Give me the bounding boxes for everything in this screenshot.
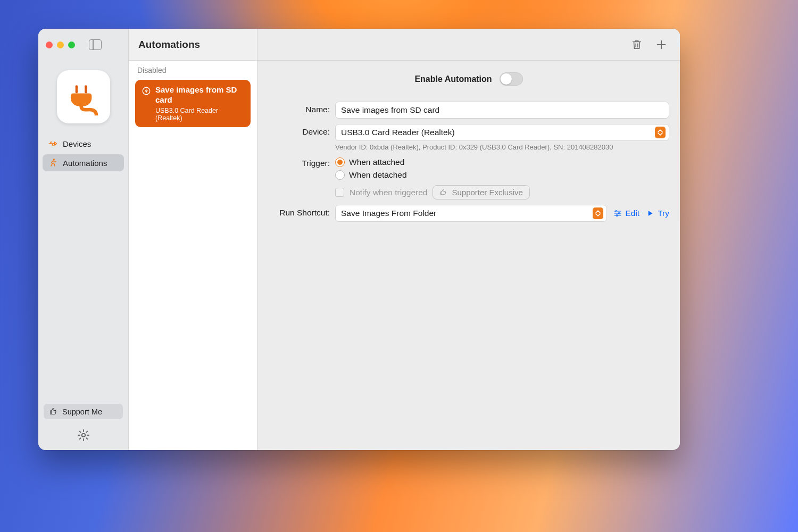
app-icon (57, 70, 110, 123)
svg-point-4 (619, 213, 620, 214)
thumbs-up-icon (439, 188, 447, 196)
enable-automation-row: Enable Automation (268, 72, 669, 86)
trigger-detached-label: When detached (349, 170, 407, 180)
play-icon (646, 209, 654, 218)
try-label: Try (658, 209, 669, 218)
plug-icon (65, 78, 102, 115)
minimize-window-button[interactable] (57, 41, 64, 48)
svg-point-1 (81, 434, 85, 437)
trigger-radio-group: When attached When detached Notify when … (335, 155, 530, 200)
radio-icon (335, 170, 345, 180)
running-icon (48, 158, 57, 168)
shortcut-select[interactable]: Save Images From Folder (335, 205, 607, 222)
detail-toolbar (257, 29, 680, 61)
shortcut-select-value: Save Images From Folder (341, 209, 436, 218)
sidebar-item-devices[interactable]: Devices (43, 135, 124, 152)
supporter-badge-label: Supporter Exclusive (452, 188, 522, 197)
radio-icon (335, 157, 345, 167)
automation-item-title: Save images from SD card (155, 85, 244, 105)
support-me-label: Support Me (62, 408, 102, 416)
trigger-detached-radio[interactable]: When detached (335, 170, 530, 180)
sidebar: Devices Automations Support Me (38, 29, 129, 450)
enable-automation-toggle[interactable] (500, 72, 523, 86)
device-select-value: USB3.0 Card Reader (Realtek) (341, 128, 455, 137)
stepper-icon (655, 127, 666, 138)
name-input[interactable] (335, 102, 669, 119)
detail-pane: Enable Automation Name: Device: USB3.0 C… (257, 29, 680, 450)
thumbs-up-icon (49, 407, 58, 416)
toggle-sidebar-icon[interactable] (89, 39, 102, 50)
usb-icon (48, 139, 57, 148)
device-hint: Vendor ID: 0xbda (Realtek), Product ID: … (335, 143, 669, 151)
automation-item[interactable]: Save images from SD card USB3.0 Card Rea… (135, 80, 251, 127)
supporter-badge[interactable]: Supporter Exclusive (433, 185, 529, 200)
sliders-icon (613, 209, 622, 218)
page-title: Automations (138, 39, 200, 51)
stepper-icon (593, 207, 603, 219)
edit-label: Edit (625, 209, 639, 218)
svg-point-3 (616, 211, 617, 212)
device-label: Device: (268, 124, 330, 137)
device-select[interactable]: USB3.0 Card Reader (Realtek) (335, 124, 669, 141)
edit-shortcut-button[interactable]: Edit (613, 209, 639, 218)
support-me-button[interactable]: Support Me (44, 404, 123, 419)
trigger-attached-label: When attached (349, 157, 404, 167)
automation-list-pane: Automations Disabled Save images from SD… (129, 29, 257, 450)
notify-checkbox[interactable] (335, 188, 344, 197)
name-label: Name: (268, 102, 330, 114)
trigger-attached-radio[interactable]: When attached (335, 157, 530, 167)
bolt-circle-icon (142, 86, 151, 96)
trash-icon[interactable] (631, 39, 643, 51)
svg-point-0 (53, 159, 55, 160)
list-toolbar: Automations (129, 29, 257, 61)
shortcut-label: Run Shortcut: (268, 205, 330, 218)
enable-automation-label: Enable Automation (414, 74, 492, 84)
svg-point-5 (617, 215, 618, 217)
app-icon-wrap (38, 61, 128, 135)
sidebar-nav: Devices Automations (38, 135, 128, 171)
window-controls (38, 29, 128, 61)
automation-item-subtitle: USB3.0 Card Reader (Realtek) (155, 107, 244, 122)
add-icon[interactable] (655, 39, 667, 51)
trigger-label: Trigger: (268, 155, 330, 168)
settings-icon[interactable] (77, 429, 90, 442)
app-window: Devices Automations Support Me (38, 29, 680, 450)
notify-label: Notify when triggered (350, 188, 427, 197)
zoom-window-button[interactable] (68, 41, 75, 48)
try-shortcut-button[interactable]: Try (646, 209, 669, 218)
sidebar-item-label: Devices (63, 139, 91, 148)
sidebar-item-automations[interactable]: Automations (43, 154, 124, 171)
close-window-button[interactable] (46, 41, 53, 48)
sidebar-item-label: Automations (63, 159, 107, 168)
list-section-disabled: Disabled (129, 61, 257, 78)
